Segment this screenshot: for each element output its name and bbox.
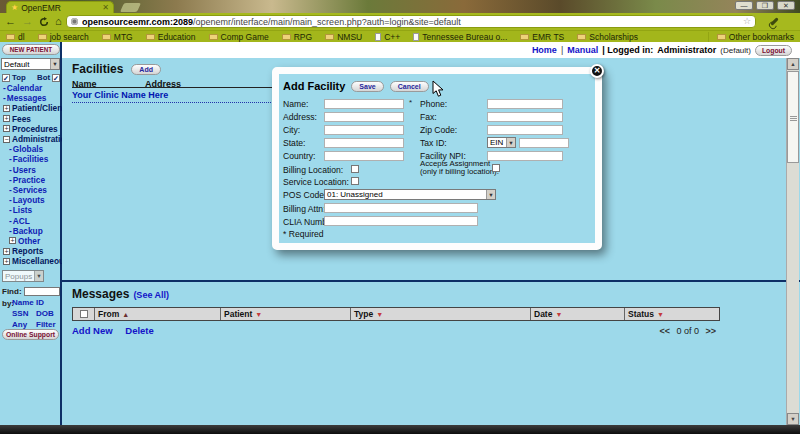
- pager-next-button[interactable]: >>: [705, 326, 716, 336]
- bookmark-tennessee-bureau-o[interactable]: Tennessee Bureau o...: [413, 32, 507, 42]
- cancel-button[interactable]: Cancel: [390, 81, 429, 92]
- bot-checkbox[interactable]: [52, 74, 60, 82]
- home-link[interactable]: Home: [532, 45, 557, 55]
- sidebar-item-facilities[interactable]: -Facilities: [0, 154, 62, 164]
- billing-location-checkbox[interactable]: [351, 165, 359, 173]
- expand-icon[interactable]: +: [3, 105, 10, 112]
- online-support-button[interactable]: Online Support: [2, 329, 59, 340]
- search-by-ssn-link[interactable]: SSN: [12, 309, 36, 318]
- scrollbar-thumb[interactable]: [787, 71, 799, 163]
- address-bar[interactable]: opensourceemr.com:2089/openemr/interface…: [66, 15, 756, 28]
- sidebar-item-administration[interactable]: −Administration: [0, 134, 62, 144]
- layout-select[interactable]: Default ▼: [1, 58, 60, 70]
- pager-prev-button[interactable]: <<: [659, 326, 670, 336]
- state-field[interactable]: [324, 138, 404, 148]
- search-by-id-link[interactable]: ID: [36, 298, 60, 307]
- zip-field[interactable]: [487, 125, 563, 135]
- forward-icon[interactable]: →: [22, 16, 33, 27]
- see-all-link[interactable]: (See All): [133, 290, 169, 300]
- close-button[interactable]: ✕: [777, 1, 795, 10]
- phone-field[interactable]: [487, 99, 563, 109]
- taxid-type-select[interactable]: EIN ▼: [487, 137, 516, 148]
- find-label: Find:: [2, 287, 22, 296]
- bookmark-c[interactable]: C++: [375, 32, 400, 42]
- minimize-button[interactable]: —: [735, 1, 753, 10]
- taxid-field[interactable]: [519, 138, 569, 148]
- sidebar-item-lists[interactable]: -Lists: [0, 205, 62, 215]
- menu-wrench-button[interactable]: [764, 15, 784, 28]
- expand-icon[interactable]: +: [9, 237, 16, 244]
- bookmark-star-icon[interactable]: ☆: [743, 17, 751, 26]
- expand-icon[interactable]: +: [3, 258, 10, 265]
- bookmark-mtg[interactable]: MTG: [102, 32, 133, 42]
- bookmark-emr-ts[interactable]: EMR TS: [520, 32, 564, 42]
- sidebar-item-procedures[interactable]: +Procedures: [0, 124, 62, 134]
- accepts-assignment-checkbox[interactable]: [492, 164, 500, 172]
- sidebar-item-practice[interactable]: -Practice: [0, 175, 62, 185]
- column-header-from[interactable]: From▲: [95, 308, 221, 320]
- service-location-checkbox[interactable]: [351, 177, 359, 185]
- bookmark-scholarships[interactable]: Scholarships: [577, 32, 638, 42]
- sidebar-item-users[interactable]: -Users: [0, 165, 62, 175]
- column-header-status[interactable]: Status▼: [625, 308, 719, 320]
- bookmark-comp-game[interactable]: Comp Game: [209, 32, 269, 42]
- bookmark-dl[interactable]: dl: [6, 32, 25, 42]
- back-icon[interactable]: ←: [5, 16, 16, 27]
- expand-icon[interactable]: +: [3, 125, 10, 132]
- bookmark-nmsu[interactable]: NMSU: [325, 32, 362, 42]
- sidebar-item-backup[interactable]: -Backup: [0, 226, 62, 236]
- search-by-name-link[interactable]: Name: [12, 298, 36, 307]
- clia-number-field[interactable]: [324, 216, 478, 226]
- home-icon[interactable]: ⌂: [55, 16, 62, 27]
- find-input[interactable]: [24, 287, 60, 296]
- logout-button[interactable]: Logout: [755, 45, 792, 56]
- collapse-icon[interactable]: −: [3, 136, 10, 143]
- browser-tab[interactable]: ★ OpenEMR ✕: [6, 1, 114, 13]
- column-header-date[interactable]: Date▼: [531, 308, 625, 320]
- search-by-any-link[interactable]: Any: [12, 320, 36, 329]
- save-button[interactable]: Save: [351, 81, 383, 92]
- new-tab-button[interactable]: [120, 3, 141, 12]
- dialog-close-icon[interactable]: ✕: [590, 64, 604, 78]
- other-bookmarks-button[interactable]: Other bookmarks: [708, 32, 794, 42]
- popups-select[interactable]: Popups ▼: [2, 270, 44, 282]
- sidebar-item-layouts[interactable]: -Layouts: [0, 195, 62, 205]
- restore-button[interactable]: ❐: [756, 1, 774, 10]
- sidebar-item-services[interactable]: -Services: [0, 185, 62, 195]
- scroll-up-icon[interactable]: ▲: [787, 58, 799, 70]
- scroll-down-icon[interactable]: ▼: [787, 413, 799, 425]
- bookmark-education[interactable]: Education: [146, 32, 196, 42]
- select-all-checkbox[interactable]: [80, 310, 88, 318]
- column-header-patient[interactable]: Patient▼: [221, 308, 351, 320]
- reload-icon[interactable]: [39, 17, 49, 27]
- column-header-type[interactable]: Type▼: [351, 308, 531, 320]
- manual-link[interactable]: Manual: [567, 45, 598, 55]
- fax-field[interactable]: [487, 112, 563, 122]
- pos-code-select[interactable]: 01: Unassigned ▼: [324, 189, 496, 200]
- sidebar-item-acl[interactable]: -ACL: [0, 215, 62, 225]
- expand-icon[interactable]: +: [3, 115, 10, 122]
- sidebar-item-globals[interactable]: -Globals: [0, 144, 62, 154]
- bookmark-rpg[interactable]: RPG: [282, 32, 312, 42]
- sidebar-item-miscellaneous[interactable]: +Miscellaneous: [0, 256, 62, 266]
- new-patient-button[interactable]: NEW PATIENT: [2, 44, 60, 55]
- add-facility-button[interactable]: Add: [131, 64, 161, 75]
- expand-icon[interactable]: +: [3, 248, 10, 255]
- tab-close-icon[interactable]: ✕: [102, 4, 109, 12]
- sidebar-item-other[interactable]: +Other: [0, 236, 62, 246]
- city-field[interactable]: [324, 125, 404, 135]
- search-by-dob-link[interactable]: DOB: [36, 309, 60, 318]
- sidebar-item-calendar[interactable]: -Calendar: [0, 83, 62, 93]
- sidebar-item-patient-client[interactable]: +Patient/Client: [0, 103, 62, 113]
- sidebar-item-fees[interactable]: +Fees: [0, 114, 62, 124]
- search-by-filter-link[interactable]: Filter: [36, 320, 60, 329]
- sidebar-item-reports[interactable]: +Reports: [0, 246, 62, 256]
- billing-attn-field[interactable]: [324, 203, 478, 213]
- name-field[interactable]: [324, 99, 404, 109]
- country-field[interactable]: [324, 151, 404, 161]
- bookmark-job-search[interactable]: job search: [38, 32, 89, 42]
- sidebar-item-messages[interactable]: -Messages: [0, 93, 62, 103]
- vertical-scrollbar[interactable]: ▲ ▼: [786, 58, 799, 425]
- address-field[interactable]: [324, 112, 404, 122]
- top-checkbox[interactable]: [2, 74, 10, 82]
